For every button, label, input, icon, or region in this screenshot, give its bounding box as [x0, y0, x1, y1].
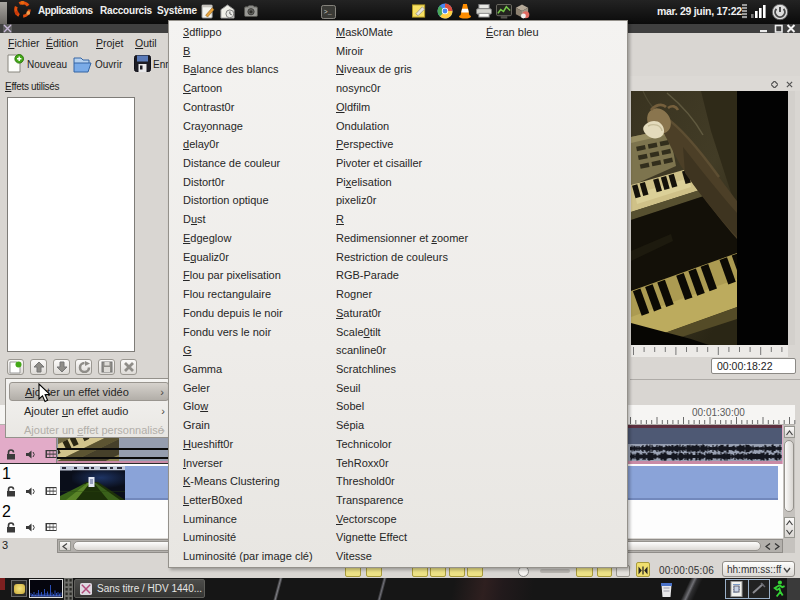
svg-text:>_: >_: [324, 9, 332, 16]
